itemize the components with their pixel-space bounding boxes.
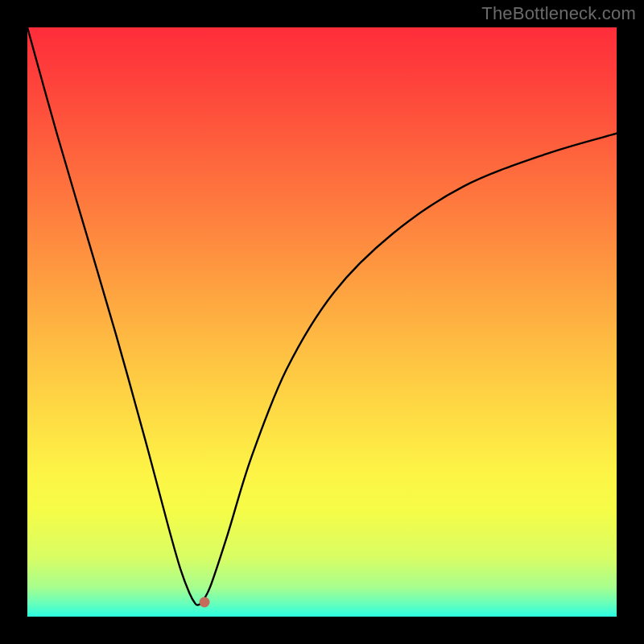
curve-svg [27,27,617,617]
watermark-text: TheBottleneck.com [481,3,636,24]
plot-area [27,27,617,617]
minimum-marker-dot [199,597,209,607]
chart-frame: TheBottleneck.com [0,0,644,644]
curve-path [27,27,617,605]
